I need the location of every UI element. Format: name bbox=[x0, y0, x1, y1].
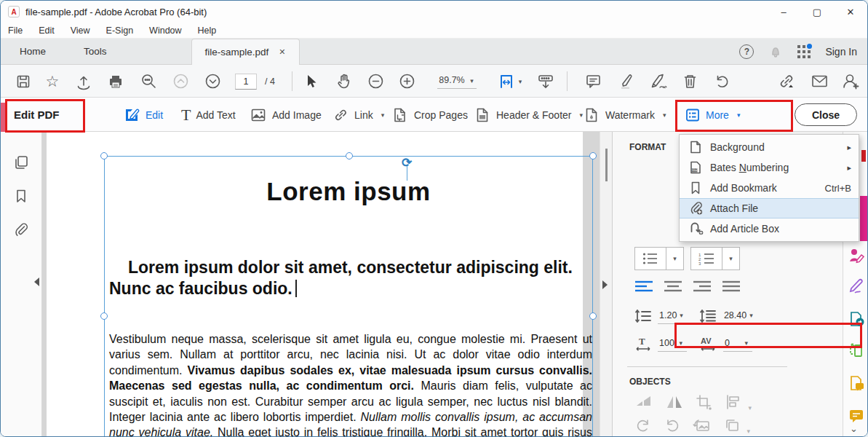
add-image-button[interactable]: Add Image bbox=[250, 98, 322, 132]
numbered-list-control[interactable]: 1 2 3 ▾ bbox=[690, 247, 740, 270]
replace-image-button[interactable] bbox=[693, 417, 712, 436]
resize-handle-mid-left[interactable] bbox=[100, 312, 108, 320]
paragraph-spacing-select[interactable]: 28.40 ▾ bbox=[722, 309, 757, 324]
menu-item-bates-numbering[interactable]: 012 Bates Numbering ▸ bbox=[680, 157, 859, 178]
maximize-button[interactable]: ▢ bbox=[800, 1, 834, 23]
zoom-level-dropdown[interactable]: 89.7% ▾ bbox=[431, 65, 482, 98]
highlight-button[interactable] bbox=[613, 65, 638, 98]
attachments-button[interactable] bbox=[11, 219, 31, 240]
bookmarks-button[interactable] bbox=[11, 186, 31, 206]
menu-window[interactable]: Window bbox=[149, 25, 181, 36]
save-button[interactable] bbox=[14, 65, 33, 98]
rotate-ccw-button[interactable] bbox=[634, 417, 652, 436]
align-right-button[interactable] bbox=[693, 280, 712, 297]
zoom-in-button[interactable] bbox=[396, 65, 418, 98]
tab-document[interactable]: file-sample.pdf ✕ bbox=[191, 39, 300, 65]
close-tool-button[interactable]: Close bbox=[795, 103, 857, 126]
star-button[interactable]: ☆ bbox=[43, 65, 62, 98]
rotate-cw-button[interactable] bbox=[664, 417, 681, 436]
header-footer-dropdown[interactable]: Header & Footer ▾ bbox=[474, 98, 583, 132]
bullet-list-control[interactable]: ▾ bbox=[634, 247, 684, 270]
menu-edit[interactable]: Edit bbox=[39, 25, 55, 36]
menu-item-attach-file[interactable]: Attach File bbox=[680, 198, 859, 219]
sign-in-button[interactable]: Sign In bbox=[825, 46, 857, 58]
annotations-tool-button[interactable] bbox=[848, 407, 865, 425]
menu-file[interactable]: File bbox=[8, 25, 23, 36]
person-add-icon bbox=[840, 71, 861, 92]
attach-file-icon bbox=[688, 200, 710, 216]
hand-tool-button[interactable] bbox=[333, 65, 356, 98]
menu-esign[interactable]: E-Sign bbox=[106, 25, 134, 36]
close-tab-icon[interactable]: ✕ bbox=[279, 47, 285, 57]
previous-page-button[interactable] bbox=[170, 65, 191, 98]
align-objects-dropdown[interactable]: ▾ bbox=[725, 394, 752, 413]
apps-grid-icon[interactable] bbox=[797, 45, 811, 58]
draw-tool-button[interactable] bbox=[848, 277, 865, 295]
sign-button[interactable] bbox=[645, 65, 672, 98]
print-button[interactable] bbox=[105, 65, 126, 98]
minimize-button[interactable]: – bbox=[767, 1, 800, 23]
arrange-dropdown[interactable]: ▾ bbox=[723, 417, 750, 436]
resize-handle-mid-right[interactable] bbox=[589, 312, 597, 320]
zoom-out-button[interactable] bbox=[365, 65, 386, 98]
page-display-button[interactable] bbox=[533, 65, 558, 98]
more-tools-chevron-icon[interactable]: ⌄ bbox=[850, 423, 858, 434]
left-navigation-pane bbox=[1, 132, 42, 437]
chevron-down-icon[interactable]: ▾ bbox=[722, 248, 739, 269]
help-icon[interactable]: ? bbox=[739, 44, 754, 59]
more-dropdown-button[interactable]: More ▾ bbox=[685, 98, 740, 132]
scrollbar-thumb[interactable] bbox=[605, 149, 608, 181]
comment-button[interactable] bbox=[581, 65, 605, 98]
flip-vertical-button[interactable] bbox=[665, 394, 684, 413]
menu-item-add-bookmark[interactable]: Add Bookmark Ctrl+B bbox=[680, 178, 859, 198]
delete-button[interactable] bbox=[679, 65, 701, 98]
link-tools-button[interactable] bbox=[773, 65, 800, 98]
collapse-left-pane-icon[interactable] bbox=[34, 277, 39, 286]
page-down-icon bbox=[204, 72, 222, 90]
text-selection-box[interactable]: ⟳ Lorem ipsum Lorem ipsum dolor sit amet… bbox=[104, 156, 593, 437]
resize-handle-top-center[interactable] bbox=[346, 152, 353, 160]
resize-handle-top-right[interactable] bbox=[589, 152, 597, 160]
organize-pages-tool-button[interactable] bbox=[848, 342, 865, 359]
align-center-button[interactable] bbox=[664, 280, 682, 297]
add-text-button[interactable]: T Add Text bbox=[181, 98, 236, 132]
menu-item-background[interactable]: Background ▸ bbox=[680, 137, 859, 157]
fill-sign-tool-button[interactable] bbox=[848, 247, 865, 264]
menu-help[interactable]: Help bbox=[198, 25, 217, 36]
search-button[interactable] bbox=[138, 65, 159, 98]
export-pdf-tool-button[interactable] bbox=[848, 310, 865, 328]
share-button[interactable] bbox=[73, 65, 94, 98]
horizontal-scale-select[interactable]: 100 ▾ bbox=[658, 336, 687, 352]
close-window-button[interactable]: ✕ bbox=[834, 1, 867, 23]
character-spacing-select[interactable]: 0 ▾ bbox=[723, 336, 752, 352]
comment-tool-button[interactable] bbox=[848, 374, 865, 392]
flip-horizontal-button[interactable] bbox=[634, 394, 653, 413]
rotate-button[interactable] bbox=[711, 65, 734, 98]
rotate-handle-icon[interactable]: ⟳ bbox=[400, 156, 413, 169]
notifications-bell-icon[interactable] bbox=[768, 44, 783, 59]
page-number-input[interactable] bbox=[235, 74, 257, 90]
expand-right-pane-icon[interactable] bbox=[602, 280, 608, 289]
fit-width-dropdown[interactable]: ▾ bbox=[494, 65, 525, 98]
menu-item-add-article-box[interactable]: Add Article Box bbox=[680, 219, 859, 239]
envelope-icon bbox=[810, 71, 829, 91]
align-left-button[interactable] bbox=[634, 280, 653, 297]
select-tool-button[interactable] bbox=[300, 65, 322, 98]
edit-mode-button[interactable]: Edit bbox=[123, 98, 163, 132]
chevron-down-icon: ▾ bbox=[663, 111, 666, 119]
watermark-dropdown[interactable]: Watermark ▾ bbox=[583, 98, 666, 132]
line-spacing-select[interactable]: 1.20 ▾ bbox=[658, 309, 688, 324]
page-thumbnails-button[interactable] bbox=[11, 152, 31, 173]
align-justify-button[interactable] bbox=[722, 280, 741, 297]
menu-view[interactable]: View bbox=[71, 25, 90, 36]
tab-home[interactable]: Home bbox=[1, 39, 65, 64]
chevron-down-icon[interactable]: ▾ bbox=[666, 248, 683, 269]
share-with-people-button[interactable] bbox=[837, 65, 864, 98]
next-page-button[interactable] bbox=[202, 65, 223, 98]
resize-handle-top-left[interactable] bbox=[100, 152, 108, 160]
crop-object-button[interactable] bbox=[696, 394, 713, 413]
link-dropdown-button[interactable]: Link ▾ bbox=[332, 98, 384, 132]
crop-pages-button[interactable]: Crop Pages bbox=[391, 98, 468, 132]
email-button[interactable] bbox=[807, 65, 832, 98]
tab-tools[interactable]: Tools bbox=[65, 39, 126, 64]
